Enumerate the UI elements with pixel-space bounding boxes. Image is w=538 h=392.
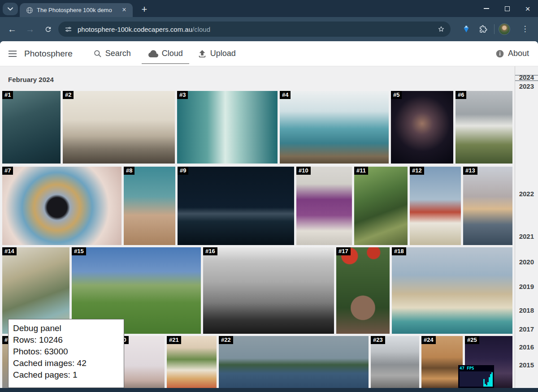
photo-thumbnail[interactable]: #7 bbox=[2, 167, 121, 245]
photo-thumbnail[interactable]: #8 bbox=[124, 167, 175, 245]
back-button[interactable]: ← bbox=[6, 23, 18, 35]
browser-tab[interactable]: The Photosphere 100k demo × bbox=[20, 3, 133, 17]
photo-thumbnail[interactable]: #17 bbox=[336, 247, 390, 334]
timeline-year[interactable]: 2016 bbox=[519, 343, 534, 351]
app-navbar: Photosphere Search Cloud bbox=[0, 41, 538, 66]
photo-index-badge: #21 bbox=[167, 336, 181, 344]
nav-item-cloud[interactable]: Cloud bbox=[142, 41, 189, 66]
timeline-year[interactable]: 2023 bbox=[519, 82, 534, 90]
toolbar-divider bbox=[494, 24, 495, 34]
reload-button[interactable] bbox=[42, 23, 54, 35]
fps-value: 47 FPS bbox=[460, 366, 493, 370]
photo-thumbnail[interactable]: #16 bbox=[203, 247, 334, 334]
timeline-year[interactable]: 2017 bbox=[519, 325, 534, 333]
photo-thumbnail[interactable]: #13 bbox=[463, 167, 512, 245]
photo-thumbnail[interactable]: #9 bbox=[178, 167, 294, 245]
debug-panel-title: Debug panel bbox=[13, 323, 120, 334]
photo-index-badge: #6 bbox=[456, 91, 466, 99]
photo-thumbnail[interactable]: #18 bbox=[392, 247, 512, 334]
url-path: /cloud bbox=[192, 26, 210, 33]
photo-index-badge: #4 bbox=[280, 91, 291, 99]
photo-index-badge: #3 bbox=[177, 91, 188, 99]
photo-thumbnail[interactable]: #12 bbox=[410, 167, 461, 245]
minimize-icon bbox=[484, 8, 489, 9]
photo-index-badge: #12 bbox=[410, 167, 424, 175]
close-icon: × bbox=[525, 4, 530, 13]
url-host: photosphere-100k.codecapers.com.au bbox=[78, 26, 192, 33]
photo-thumbnail[interactable]: #6 bbox=[456, 91, 512, 164]
globe-icon bbox=[26, 7, 33, 14]
maximize-icon bbox=[505, 6, 510, 11]
photo-index-badge: #9 bbox=[178, 167, 188, 175]
timeline-year[interactable]: 2020 bbox=[519, 258, 534, 266]
about-label: About bbox=[508, 49, 529, 58]
photo-thumbnail[interactable]: #22 bbox=[219, 336, 369, 388]
address-bar[interactable]: photosphere-100k.codecapers.com.au/cloud bbox=[58, 22, 451, 37]
photo-index-badge: #11 bbox=[354, 167, 368, 175]
timeline-year[interactable]: 2019 bbox=[519, 283, 534, 290]
photo-thumbnail[interactable]: #2 bbox=[63, 91, 175, 164]
photo-index-badge: #24 bbox=[421, 336, 436, 344]
tab-close-icon[interactable]: × bbox=[120, 6, 128, 14]
bookmark-star-icon[interactable] bbox=[437, 25, 445, 33]
nav-item-label: Upload bbox=[210, 49, 236, 58]
browser-menu-icon[interactable]: ⋮ bbox=[519, 23, 531, 35]
nav-item-about[interactable]: About bbox=[495, 49, 529, 58]
month-heading: February 2024 bbox=[8, 76, 54, 83]
gem-extension-icon[interactable] bbox=[461, 24, 472, 34]
photo-thumbnail[interactable]: #3 bbox=[177, 91, 278, 164]
debug-panel: Debug panel Rows: 10246 Photos: 63000 Ca… bbox=[8, 319, 124, 388]
photo-index-badge: #2 bbox=[63, 91, 74, 99]
photo-thumbnail[interactable]: #4 bbox=[280, 91, 389, 164]
browser-toolbar: ← → photosphere-100k.codecapers.com.au/c… bbox=[0, 17, 538, 41]
window-maximize-button[interactable] bbox=[497, 0, 517, 17]
browser-titlebar: The Photosphere 100k demo × + × bbox=[0, 0, 538, 17]
photo-index-badge: #22 bbox=[219, 336, 233, 344]
photo-thumbnail[interactable]: #10 bbox=[296, 167, 352, 245]
photo-index-badge: #5 bbox=[391, 91, 402, 99]
hamburger-menu-icon[interactable] bbox=[7, 48, 18, 59]
photo-index-badge: #23 bbox=[371, 336, 385, 344]
photo-thumbnail[interactable]: #11 bbox=[354, 167, 408, 245]
nav-item-label: Search bbox=[105, 49, 131, 58]
profile-avatar[interactable] bbox=[499, 23, 510, 35]
photo-thumbnail[interactable]: #5 bbox=[391, 91, 453, 164]
site-settings-icon[interactable] bbox=[65, 26, 72, 33]
tab-search-button[interactable] bbox=[3, 3, 18, 15]
url-text[interactable]: photosphere-100k.codecapers.com.au/cloud bbox=[78, 26, 437, 33]
photo-thumbnail[interactable]: #1 bbox=[2, 91, 61, 164]
timeline-year[interactable]: 2021 bbox=[519, 233, 534, 240]
photo-index-badge: #10 bbox=[296, 167, 311, 175]
photo-index-badge: #16 bbox=[203, 247, 217, 255]
chevron-down-icon bbox=[8, 7, 13, 11]
active-tab-underline bbox=[142, 63, 189, 64]
photo-index-badge: #8 bbox=[124, 167, 134, 175]
photo-index-badge: #13 bbox=[463, 167, 477, 175]
timeline-year[interactable]: 2015 bbox=[519, 361, 534, 369]
window-close-button[interactable]: × bbox=[517, 0, 538, 17]
timeline-year[interactable]: 2022 bbox=[519, 190, 534, 198]
info-icon bbox=[495, 49, 504, 58]
photo-thumbnail[interactable]: #21 bbox=[167, 336, 217, 388]
forward-button[interactable]: → bbox=[24, 23, 36, 35]
nav-item-search[interactable]: Search bbox=[91, 41, 134, 66]
photo-index-badge: #18 bbox=[392, 247, 406, 255]
fps-meter[interactable]: 47 FPS bbox=[458, 365, 494, 388]
debug-panel-line: Rows: 10246 bbox=[13, 334, 120, 346]
window-minimize-button[interactable] bbox=[476, 0, 497, 17]
year-timeline[interactable]: 2024 2023 2022 2021 2020 2019 2018 2017 … bbox=[515, 66, 538, 388]
debug-panel-line: Photos: 63000 bbox=[13, 346, 120, 358]
nav-item-upload[interactable]: Upload bbox=[195, 41, 239, 66]
photo-thumbnail[interactable]: #24 bbox=[421, 336, 463, 388]
debug-panel-line: Cached images: 42 bbox=[13, 358, 120, 369]
photo-gallery: February 2024 #1 #2 #3 #4 #5 #6 #7 #8 #9 bbox=[0, 66, 538, 388]
debug-panel-line: Cached pages: 1 bbox=[13, 369, 120, 381]
new-tab-button[interactable]: + bbox=[138, 4, 151, 16]
timeline-year[interactable]: 2018 bbox=[519, 306, 534, 314]
photo-thumbnail[interactable]: #23 bbox=[371, 336, 419, 388]
timeline-year[interactable]: 2024 bbox=[519, 73, 534, 81]
photo-index-badge: #15 bbox=[72, 247, 86, 255]
app-brand: Photosphere bbox=[24, 49, 73, 59]
browser-window: The Photosphere 100k demo × + × ← → phot… bbox=[0, 0, 538, 392]
extensions-puzzle-icon[interactable] bbox=[478, 24, 489, 34]
